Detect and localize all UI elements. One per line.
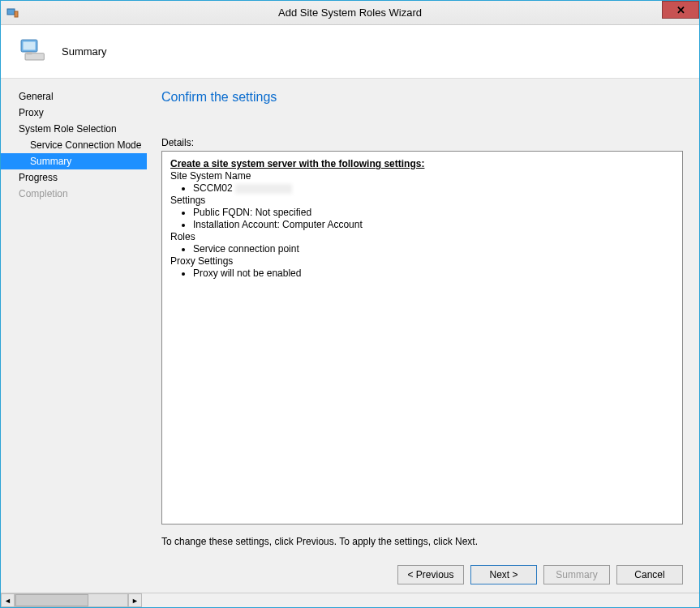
scroll-track[interactable] [15,593,128,607]
details-section-title: Settings [170,195,674,207]
sidebar-item-progress[interactable]: Progress [1,169,147,186]
page-title: Summary [62,45,107,58]
details-textbox[interactable]: Create a site system server with the fol… [161,151,683,525]
cancel-button[interactable]: Cancel [616,565,683,584]
details-header: Create a site system server with the fol… [170,158,674,170]
titlebar: Add Site System Roles Wizard ✕ [1,1,699,25]
sidebar-item-label: Summary [30,156,71,167]
hint-text: To change these settings, click Previous… [161,536,683,547]
computer-icon [17,36,49,68]
horizontal-scrollbar[interactable]: ◄ ► [1,593,699,607]
close-button[interactable]: ✕ [662,1,699,19]
sidebar-item-system-role-selection[interactable]: System Role Selection [1,121,147,137]
sidebar-item-label: Proxy [19,107,44,118]
details-section-list: Public FQDN: Not specifiedInstallation A… [193,207,674,231]
wizard-body: GeneralProxySystem Role SelectionService… [1,79,699,593]
details-section-title: Site System Name [170,170,674,182]
details-section-title: Roles [170,231,674,243]
summary-button: Summary [543,565,610,584]
details-label: Details: [161,137,683,148]
sidebar-item-label: Completion [19,188,68,199]
sidebar-item-proxy[interactable]: Proxy [1,105,147,121]
sidebar-item-summary[interactable]: Summary [1,153,147,169]
previous-button[interactable]: < Previous [397,565,464,584]
close-icon: ✕ [676,4,685,16]
sidebar-item-label: System Role Selection [19,123,117,135]
svg-rect-5 [27,52,32,54]
details-section-list: Proxy will not be enabled [193,268,674,280]
sidebar-item-label: General [19,91,54,102]
next-button[interactable]: Next > [470,565,537,584]
sidebar-item-general[interactable]: General [1,88,147,105]
sidebar-item-label: Service Connection Mode [30,139,141,151]
scroll-right-arrow[interactable]: ► [128,593,142,607]
svg-rect-3 [24,41,36,49]
details-section-list: SCCM02 [193,182,674,195]
sidebar-item-service-connection-mode[interactable]: Service Connection Mode [1,137,147,153]
window-title: Add Site System Roles Wizard [1,6,699,19]
sidebar-item-completion: Completion [1,186,147,202]
redacted-text [235,184,292,194]
scroll-thumb[interactable] [15,594,88,606]
details-item: Installation Account: Computer Account [193,219,674,231]
button-row: < Previous Next > Summary Cancel [161,565,683,584]
svg-rect-0 [7,9,15,15]
details-item: Public FQDN: Not specified [193,207,674,219]
sidebar-item-label: Progress [19,172,58,183]
scroll-left-arrow[interactable]: ◄ [1,593,15,607]
main-panel: Confirm the settings Details: Create a s… [147,79,699,593]
details-item: Proxy will not be enabled [193,268,674,280]
details-item: SCCM02 [193,182,674,195]
details-section-list: Service connection point [193,243,674,255]
svg-rect-1 [15,11,18,17]
section-heading: Confirm the settings [161,90,683,105]
wizard-header: Summary [1,25,699,79]
details-section-title: Proxy Settings [170,255,674,268]
details-item: Service connection point [193,243,674,255]
app-icon [6,6,19,19]
wizard-steps-sidebar: GeneralProxySystem Role SelectionService… [1,79,147,593]
